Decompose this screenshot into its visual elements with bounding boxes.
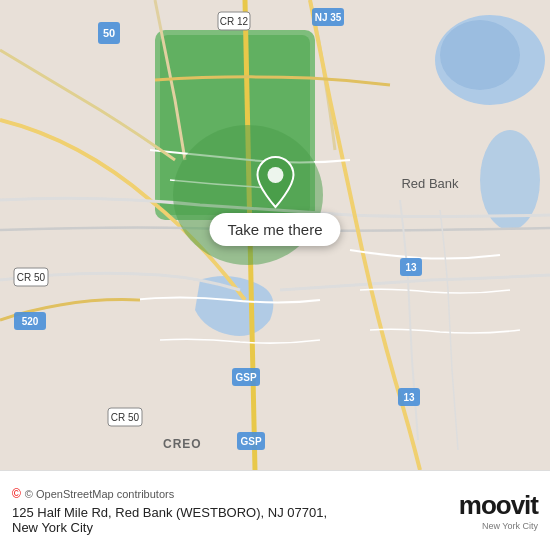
svg-text:GSP: GSP	[240, 436, 261, 447]
svg-text:NJ 35: NJ 35	[315, 12, 342, 23]
svg-text:CR 50: CR 50	[17, 272, 46, 283]
svg-text:CR 12: CR 12	[220, 16, 249, 27]
info-bar: © © OpenStreetMap contributors 125 Half …	[0, 470, 550, 550]
svg-text:GSP: GSP	[235, 372, 256, 383]
moovit-sub: New York City	[482, 521, 538, 531]
svg-text:13: 13	[405, 262, 417, 273]
osm-logo: ©	[12, 487, 21, 501]
svg-point-31	[267, 167, 283, 183]
svg-text:13: 13	[403, 392, 415, 403]
take-me-there-button[interactable]: Take me there	[209, 155, 340, 246]
svg-text:50: 50	[103, 27, 115, 39]
navigation-button-label: Take me there	[209, 213, 340, 246]
svg-point-2	[440, 20, 520, 90]
map-view: 50 CR 12 NJ 35 CR 50 CR 50 520 GSP GSP 1…	[0, 0, 550, 470]
address-line2: New York City	[12, 520, 439, 535]
moovit-brand: moovit	[459, 490, 538, 521]
moovit-logo: moovit New York City	[459, 490, 538, 531]
svg-text:520: 520	[22, 316, 39, 327]
svg-text:Red Bank: Red Bank	[401, 176, 459, 191]
svg-text:CR 50: CR 50	[111, 412, 140, 423]
svg-text:CREO: CREO	[163, 437, 202, 451]
osm-copyright: © OpenStreetMap contributors	[25, 488, 174, 500]
address-line1: 125 Half Mile Rd, Red Bank (WESTBORO), N…	[12, 505, 439, 520]
map-pin-icon	[253, 155, 297, 209]
